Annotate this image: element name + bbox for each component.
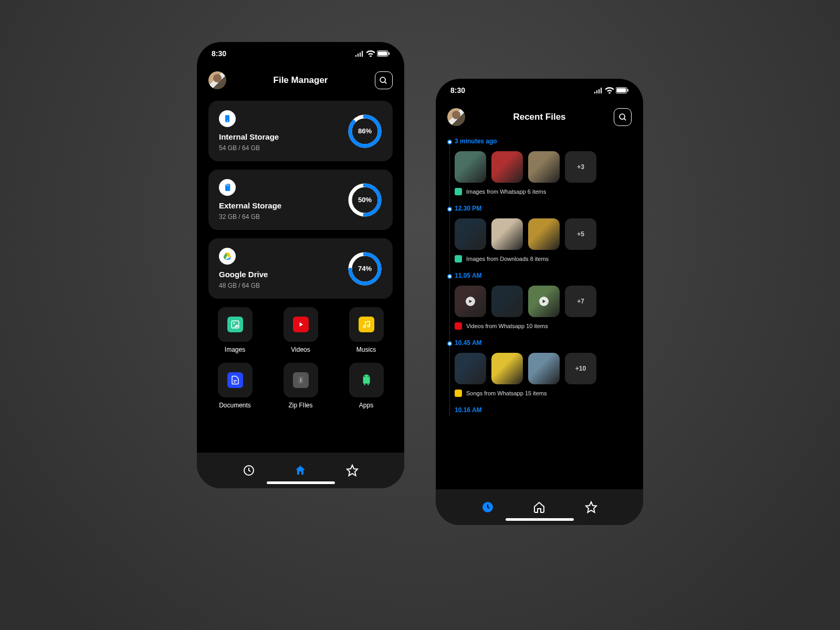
svg-point-3 (381, 77, 386, 82)
svg-point-34 (620, 114, 625, 119)
thumb[interactable] (455, 353, 486, 384)
search-icon (618, 113, 627, 122)
caption-badge (455, 322, 462, 330)
category-documents[interactable]: Documents (208, 363, 261, 409)
thumb[interactable] (528, 218, 560, 250)
nav-starred[interactable] (345, 464, 359, 477)
svg-point-6 (227, 121, 228, 122)
phone-home: 8:30 File Manager Internal Storage 54 GB… (197, 42, 404, 488)
svg-line-4 (385, 81, 387, 83)
google-drive-icon (219, 248, 236, 265)
nav-home[interactable] (293, 464, 307, 477)
timeline-item-3: 10.45 AM +10 Songs from Whatsapp 15 item… (455, 339, 632, 397)
thumb-more[interactable]: +7 (565, 286, 596, 317)
timeline-caption: Images from Downloads 8 items (455, 255, 632, 262)
thumb-more[interactable]: +10 (565, 353, 596, 384)
search-icon (379, 76, 388, 85)
storage-name: Google Drive (219, 270, 268, 279)
nav-recent[interactable] (481, 500, 495, 514)
thumb-more[interactable]: +5 (565, 218, 596, 250)
thumb[interactable] (491, 151, 523, 183)
timeline-item-1: 12.30 PM +5 Images from Downloads 8 item… (455, 205, 632, 262)
timeline-dot (447, 207, 452, 212)
svg-marker-21 (299, 322, 302, 327)
svg-point-27 (364, 376, 365, 377)
status-time: 8:30 (450, 86, 465, 94)
svg-rect-2 (388, 52, 390, 55)
thumb[interactable] (528, 353, 560, 384)
status-bar: 8:30 (436, 79, 643, 102)
storage-card-2[interactable]: Google Drive 48 GB / 64 GB 74% (208, 238, 393, 299)
timeline-item-2: 11.05 AM +7 Videos from Whatsapp 10 item… (455, 272, 632, 330)
svg-marker-30 (347, 465, 358, 476)
svg-rect-1 (378, 51, 387, 56)
svg-rect-9 (226, 185, 227, 186)
document-icon (227, 372, 243, 388)
nav-starred[interactable] (584, 500, 598, 514)
youtube-icon (293, 317, 309, 332)
thumb[interactable] (455, 218, 486, 250)
storage-usage: 48 GB / 64 GB (219, 282, 268, 289)
svg-rect-11 (228, 185, 229, 186)
category-label: Apps (359, 402, 373, 409)
status-icons (355, 50, 390, 57)
timeline-caption: Songs from Whatsapp 15 items (455, 390, 632, 397)
svg-marker-36 (469, 300, 472, 303)
home-indicator[interactable] (506, 518, 574, 521)
status-icons (594, 87, 628, 93)
status-bar: 8:30 (197, 42, 404, 65)
timeline-caption: Videos from Whatsapp 10 items (455, 322, 632, 330)
thumb[interactable] (455, 286, 486, 317)
thumb[interactable] (491, 286, 523, 317)
storage-usage: 32 GB / 64 GB (219, 213, 281, 220)
zip-icon (293, 372, 309, 388)
category-label: Videos (291, 346, 310, 353)
timeline-time: 10.45 AM (455, 339, 632, 346)
timeline-time: 3 minutes ago (455, 138, 632, 145)
thumb[interactable] (528, 286, 560, 317)
thumb[interactable] (528, 151, 560, 183)
storage-ring: 74% (348, 251, 382, 286)
category-label: Documents (219, 402, 251, 409)
timeline-dot (447, 341, 452, 346)
svg-point-25 (300, 378, 301, 379)
category-label: Musics (356, 346, 376, 353)
category-apps[interactable]: Apps (340, 363, 393, 409)
storage-card-0[interactable]: Internal Storage 54 GB / 64 GB 86% (208, 101, 393, 161)
storage-ring: 50% (348, 183, 382, 217)
storage-card-1[interactable]: External Storage 32 GB / 64 GB 50% (208, 170, 393, 230)
category-videos[interactable]: Videos (274, 307, 327, 353)
thumb[interactable] (491, 218, 523, 250)
caption-badge (455, 255, 462, 262)
thumb[interactable] (491, 353, 523, 384)
music-icon (359, 317, 374, 332)
svg-rect-33 (627, 89, 628, 92)
avatar[interactable] (447, 108, 465, 126)
search-button[interactable] (614, 108, 632, 126)
home-indicator[interactable] (267, 481, 335, 484)
nav-home[interactable] (532, 500, 546, 514)
caption-badge (455, 188, 462, 195)
thumb-more[interactable]: +3 (565, 151, 596, 183)
svg-rect-26 (300, 379, 301, 382)
timeline-time: 12.30 PM (455, 205, 632, 212)
svg-line-35 (624, 118, 626, 120)
image-icon (227, 317, 243, 332)
search-button[interactable] (375, 71, 393, 89)
category-musics[interactable]: Musics (340, 307, 393, 353)
header: File Manager (197, 65, 404, 96)
phone-recent: 8:30 Recent Files 3 minutes ago +3 Image… (436, 79, 643, 525)
category-zip files[interactable]: Zip FIles (274, 363, 327, 409)
storage-usage: 54 GB / 64 GB (219, 144, 279, 152)
thumb[interactable] (455, 151, 486, 183)
nav-recent[interactable] (242, 464, 256, 477)
svg-point-20 (233, 322, 235, 324)
page-title: Recent Files (513, 112, 565, 122)
svg-rect-32 (617, 88, 626, 92)
svg-rect-10 (227, 185, 228, 186)
avatar[interactable] (208, 71, 226, 89)
android-icon (359, 372, 374, 388)
timeline-caption: Images from Whatsapp 6 items (455, 188, 632, 195)
category-label: Zip FIles (288, 402, 312, 409)
category-images[interactable]: Images (208, 307, 261, 353)
